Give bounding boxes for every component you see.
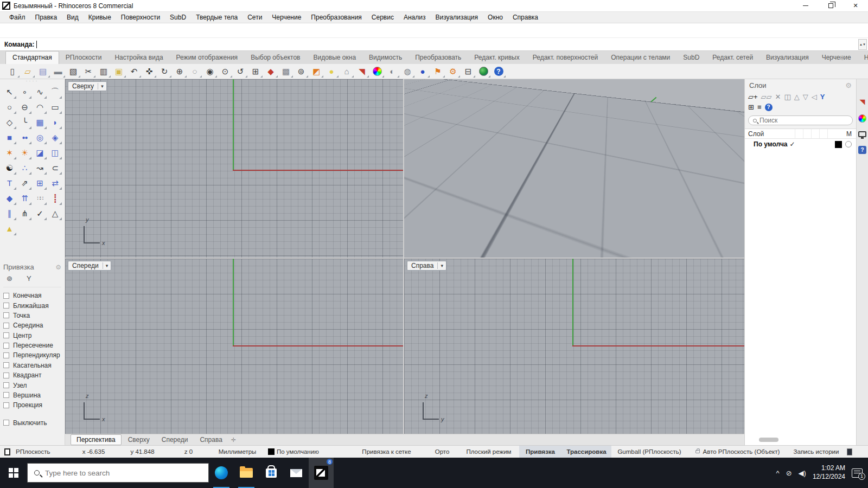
osnap-checkbox-project[interactable]: Проекция	[3, 400, 61, 410]
osnap-checkbox-vertex[interactable]: Вершина	[3, 390, 61, 400]
viewport-menu-arrow-icon[interactable]: ▾	[437, 262, 446, 269]
layer-menu-icon[interactable]: ≡	[757, 103, 762, 111]
tool-boolean-icon[interactable]: ☯	[2, 160, 17, 175]
viewport-tab-top[interactable]: Сверху	[123, 435, 155, 445]
viewport-front-label[interactable]: Спереди ▾	[68, 261, 111, 271]
osnap-checkbox-knot[interactable]: Узел	[3, 380, 61, 390]
shaded-sphere-icon[interactable]: ◐	[385, 65, 399, 78]
tool-surface-patch-icon[interactable]: ◈	[48, 130, 62, 145]
ribbon-tab-mesh-edit[interactable]: Редакт. сетей	[706, 52, 760, 64]
menu-meshes[interactable]: Сети	[242, 12, 267, 22]
viewport-right[interactable]: Справа ▾ z y	[404, 259, 744, 434]
status-square-icon[interactable]	[4, 448, 10, 455]
zoom-extents-icon[interactable]: ◉	[203, 65, 217, 78]
tool-ellipse-icon[interactable]: ⊖	[17, 100, 32, 114]
zoom-selected-icon[interactable]: ⊙	[218, 65, 232, 78]
taskbar-rhino-icon[interactable]: 8	[309, 458, 334, 488]
osnap-checkbox-perpendicular[interactable]: Перпендикуляр	[3, 350, 61, 360]
tool-rectangle-icon[interactable]: ▭	[48, 100, 62, 114]
tool-sphere-icon[interactable]: ●●	[17, 130, 32, 145]
layer-table-icon[interactable]: ⊞	[748, 103, 754, 111]
ribbon-tab-subd[interactable]: SubD	[676, 52, 706, 64]
tool-torus-icon[interactable]: ◎	[33, 130, 47, 145]
undo-view-icon[interactable]: ↺	[233, 65, 247, 78]
checkbox[interactable]	[3, 332, 9, 338]
viewport-menu-arrow-icon[interactable]: ▾	[103, 262, 111, 269]
ribbon-tab-new-v8[interactable]: Новое в V8	[858, 52, 868, 64]
tray-chevron-icon[interactable]: ^	[776, 469, 780, 477]
osnap-filter-tab-icon[interactable]: Y	[27, 274, 31, 282]
tray-volume-icon[interactable]: ◀)	[799, 469, 806, 477]
menu-edit[interactable]: Правка	[30, 12, 62, 22]
ribbon-tab-select[interactable]: Выбор объектов	[244, 52, 307, 64]
menu-file[interactable]: Файл	[4, 12, 30, 22]
tool-circle-icon[interactable]: ○	[2, 100, 17, 114]
menu-window[interactable]: Окно	[483, 12, 508, 22]
osnap-checkbox-center[interactable]: Центр	[3, 331, 61, 341]
menu-tools[interactable]: Сервис	[367, 12, 399, 22]
tray-network-icon[interactable]: ⊘	[786, 469, 792, 477]
status-gumball[interactable]: Gumball (РПлоскость)	[611, 448, 687, 455]
status-smarttrack-toggle[interactable]: Трассировка	[561, 446, 611, 458]
restore-button[interactable]	[818, 0, 843, 11]
tool-curved-surface-icon[interactable]: ◗	[48, 115, 62, 130]
osnap-checkbox-point[interactable]: Точка	[3, 311, 61, 320]
action-center-icon[interactable]: 1	[852, 468, 863, 478]
tool-trim-icon[interactable]: ◪	[33, 145, 47, 160]
ribbon-options-gear-icon[interactable]: ⚙	[839, 54, 845, 62]
tool-mirror-icon[interactable]: ⇄	[48, 176, 62, 190]
ribbon-tab-display-mode[interactable]: Режим отображения	[170, 52, 245, 64]
cut-icon[interactable]: ✂	[81, 65, 95, 78]
viewport-menu-arrow-icon[interactable]: ▾	[456, 83, 465, 89]
paste-icon[interactable]: ▣	[112, 65, 126, 78]
minimize-button[interactable]	[793, 0, 818, 11]
options-gear-icon[interactable]: ⚙	[446, 65, 460, 78]
osnap-checkbox-mid[interactable]: Середина	[3, 320, 61, 330]
checkbox[interactable]	[3, 343, 9, 349]
tool-rectangular-array-icon[interactable]: ∷∷	[33, 191, 47, 206]
osnap-checkbox-quadrant[interactable]: Квадрант	[3, 370, 61, 380]
ribbon-tab-render[interactable]: Визуализация	[760, 52, 815, 64]
checkbox[interactable]	[3, 392, 9, 398]
new-sublayer-icon[interactable]: ▱▱	[761, 93, 772, 101]
command-spinner[interactable]: ▲▼	[858, 39, 867, 50]
tool-split-icon[interactable]: ◫	[48, 145, 62, 160]
viewport-top-label[interactable]: Сверху ▾	[68, 81, 107, 91]
status-current-layer[interactable]: По умолчанию	[266, 448, 347, 455]
ribbon-tab-viewports[interactable]: Видовые окна	[307, 52, 362, 64]
osnap-gear-icon[interactable]: ⚙	[55, 264, 61, 271]
tool-extrude-icon[interactable]: ⇈	[17, 191, 32, 206]
export-icon[interactable]: ▧	[66, 65, 80, 78]
tool-box-icon[interactable]: ■	[2, 130, 17, 145]
checkbox[interactable]	[3, 382, 9, 388]
ribbon-tab-surface-edit[interactable]: Редакт. поверхностей	[526, 52, 604, 64]
status-record-history[interactable]: Запись истории	[788, 448, 845, 455]
sidebar-grip[interactable]: ····	[0, 79, 65, 85]
menu-surfaces[interactable]: Поверхности	[116, 12, 165, 22]
layer-filter-icon[interactable]: Y	[820, 93, 825, 101]
tool-arc-icon[interactable]: ◠	[33, 100, 47, 114]
tray-clock[interactable]: 1:02 AM 12/12/2024	[813, 464, 845, 481]
checkbox[interactable]	[3, 312, 9, 318]
tool-offset-curve-icon[interactable]: ⊂	[48, 160, 62, 175]
layer-color-swatch[interactable]	[835, 141, 842, 148]
status-z-coordinate[interactable]: z 0	[168, 448, 209, 455]
tool-control-point-curve-icon[interactable]: ∿	[33, 85, 47, 99]
osnap-checkbox-tangent[interactable]: Касательная	[3, 361, 61, 370]
display-panel-tab-icon[interactable]	[858, 114, 866, 123]
new-file-icon[interactable]: ▯	[5, 65, 20, 78]
osnap-checkbox-intersection[interactable]: Пересечение	[3, 341, 61, 350]
status-y-coordinate[interactable]: y 41.848	[117, 448, 168, 455]
color-wheel-icon[interactable]	[370, 65, 384, 78]
taskbar-file-explorer-icon[interactable]	[234, 458, 259, 488]
ribbon-tab-view-setup[interactable]: Настройка вида	[108, 52, 169, 64]
tool-curve-network-icon[interactable]: ⋔	[17, 206, 32, 221]
taskbar-search-input[interactable]	[45, 469, 202, 477]
ribbon-tab-curve-edit[interactable]: Редакт. кривых	[468, 52, 526, 64]
ribbon-tab-standard[interactable]: Стандартная	[5, 51, 59, 64]
checkbox[interactable]	[3, 402, 9, 408]
checkbox[interactable]	[3, 303, 9, 309]
rotate-view-icon[interactable]: ↻	[157, 65, 171, 78]
close-button[interactable]: ✕	[843, 0, 868, 11]
move-icon[interactable]: ◆	[264, 65, 278, 78]
